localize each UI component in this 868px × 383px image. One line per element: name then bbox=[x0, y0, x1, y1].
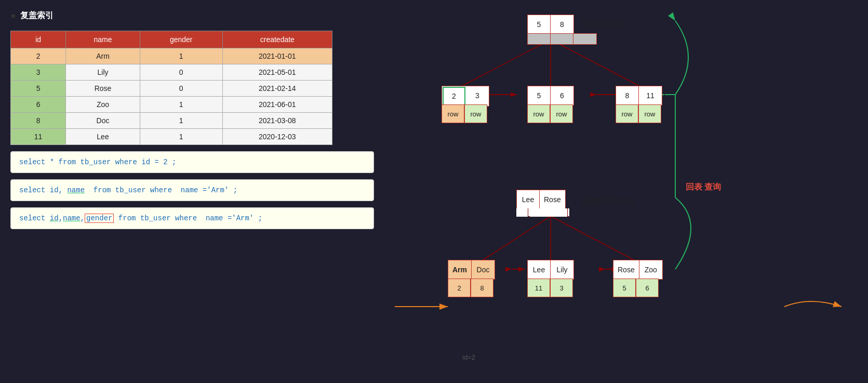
table-cell-id: 8 bbox=[11, 113, 66, 129]
leaf-cell-6: 6 bbox=[551, 86, 573, 105]
table-cell-date: 2021-06-01 bbox=[222, 97, 332, 113]
secondary-label: 辅助索引(name) bbox=[582, 196, 634, 206]
clustered-label: 聚集索引(id) bbox=[582, 20, 621, 29]
table-cell-id: 6 bbox=[11, 97, 66, 113]
table-cell-gender: 0 bbox=[140, 81, 222, 97]
table-cell-gender: 1 bbox=[140, 48, 222, 64]
table-cell-gender: 0 bbox=[140, 64, 222, 81]
sql-name-underline2: name bbox=[63, 214, 81, 222]
orange-arrow-svg bbox=[410, 5, 858, 378]
row-cell-11: row bbox=[638, 104, 661, 123]
secondary-leaf-right: Rose Zoo bbox=[613, 260, 663, 280]
table-cell-name: Zoo bbox=[66, 97, 140, 113]
huibiao-label: 回表 查询 bbox=[686, 182, 721, 193]
sql-box-2: select id, name from tb_user where name … bbox=[10, 179, 374, 201]
leaf-cell-5: 5 bbox=[528, 86, 551, 105]
sec-id-6: 6 bbox=[636, 279, 659, 297]
secondary-right-ids: 5 6 bbox=[613, 279, 659, 297]
table-cell-name: Lee bbox=[66, 129, 140, 145]
sql-comma2: , bbox=[81, 214, 85, 222]
ptr-cell-3 bbox=[573, 34, 596, 44]
table-cell-name: Arm bbox=[66, 48, 140, 64]
arrows-svg bbox=[410, 5, 858, 378]
id2-label: id=2 bbox=[462, 353, 475, 361]
sec-leaf-lily: Lily bbox=[551, 260, 573, 279]
secondary-left-ids: 2 8 bbox=[448, 279, 493, 297]
section-title: 复盖索引 bbox=[10, 10, 400, 21]
sec-id-2: 2 bbox=[448, 279, 471, 297]
main-container: 复盖索引 id name gender createdate 2Arm12021… bbox=[0, 0, 868, 383]
clustered-root: 5 8 bbox=[527, 15, 574, 34]
sec-id-11: 11 bbox=[527, 279, 550, 297]
sql-text-3b: from tb_user where name ='Arm' ; bbox=[114, 214, 262, 222]
leaf-cell-8: 8 bbox=[616, 86, 639, 105]
secondary-root-pointers bbox=[516, 208, 569, 217]
clustered-leaf-left: 2 3 bbox=[442, 86, 489, 107]
table-cell-name: Lily bbox=[66, 64, 140, 81]
svg-line-2 bbox=[551, 39, 639, 86]
sql-box-3: select id,name,gender from tb_user where… bbox=[10, 207, 374, 229]
sql-text-2b: from tb_user where name ='Arm' ; bbox=[85, 186, 237, 194]
clustered-right-rows: row row bbox=[616, 104, 661, 123]
secondary-leaf-mid: Lee Lily bbox=[527, 260, 574, 280]
table-cell-id: 11 bbox=[11, 129, 66, 145]
leaf-cell-3: 3 bbox=[466, 86, 489, 105]
col-header-name: name bbox=[66, 31, 140, 48]
sql-gender-redbox: gender bbox=[85, 214, 114, 223]
right-panel: 5 8 聚集索引(id) 2 3 row row 5 6 row bbox=[410, 5, 858, 378]
clustered-left-rows: row row bbox=[442, 104, 487, 123]
db-table: id name gender createdate 2Arm12021-01-0… bbox=[10, 31, 332, 145]
row-cell-8: row bbox=[616, 104, 638, 123]
table-cell-name: Doc bbox=[66, 113, 140, 129]
sec-leaf-arm: Arm bbox=[448, 260, 472, 279]
table-cell-id: 3 bbox=[11, 64, 66, 81]
sec-leaf-rose: Rose bbox=[613, 260, 639, 279]
clustered-leaf-right: 8 11 bbox=[616, 86, 662, 105]
sec-root-lee: Lee bbox=[517, 190, 540, 209]
table-cell-id: 2 bbox=[11, 48, 66, 64]
root-cell-8: 8 bbox=[551, 15, 573, 34]
sec-leaf-zoo: Zoo bbox=[639, 260, 662, 279]
sql-text-1: select * from tb_user where id = 2 ; bbox=[19, 158, 176, 166]
sql-text-3a: select bbox=[19, 214, 50, 222]
table-cell-id: 5 bbox=[11, 81, 66, 97]
table-cell-date: 2021-01-01 bbox=[222, 48, 332, 64]
sql-name-underline: name bbox=[67, 186, 85, 194]
sql-text-2: select id, bbox=[19, 186, 67, 194]
sec-root-rose: Rose bbox=[540, 190, 565, 209]
row-cell-6: row bbox=[550, 104, 573, 123]
sql-id-underline: id bbox=[50, 214, 59, 222]
root-cell-5: 5 bbox=[528, 15, 551, 34]
svg-line-0 bbox=[462, 39, 551, 86]
table-cell-date: 2021-03-08 bbox=[222, 113, 332, 129]
secondary-mid-ids: 11 3 bbox=[527, 279, 573, 297]
ptr-cell-1 bbox=[528, 34, 551, 44]
col-header-createdate: createdate bbox=[222, 31, 332, 48]
table-cell-gender: 1 bbox=[140, 113, 222, 129]
clustered-leaf-mid: 5 6 bbox=[527, 86, 574, 105]
row-cell-5: row bbox=[527, 104, 550, 123]
table-cell-date: 2021-02-14 bbox=[222, 81, 332, 97]
table-cell-name: Rose bbox=[66, 81, 140, 97]
clustered-root-pointers bbox=[527, 33, 597, 45]
secondary-leaf-left: Arm Doc bbox=[448, 260, 495, 280]
sql-comma1: , bbox=[59, 214, 63, 222]
row-cell-3: row bbox=[464, 104, 487, 123]
sec-id-3: 3 bbox=[550, 279, 573, 297]
secondary-root: Lee Rose bbox=[516, 190, 566, 209]
table-cell-gender: 1 bbox=[140, 97, 222, 113]
sec-leaf-lee: Lee bbox=[528, 260, 551, 279]
row-cell-2: row bbox=[442, 104, 464, 123]
svg-line-7 bbox=[483, 216, 551, 260]
ptr-cell-2 bbox=[551, 34, 573, 44]
left-panel: 复盖索引 id name gender createdate 2Arm12021… bbox=[10, 5, 400, 378]
section-title-text: 复盖索引 bbox=[20, 10, 54, 21]
col-header-gender: gender bbox=[140, 31, 222, 48]
svg-line-9 bbox=[551, 216, 634, 260]
table-cell-gender: 1 bbox=[140, 129, 222, 145]
sec-id-5: 5 bbox=[613, 279, 636, 297]
sec-leaf-doc: Doc bbox=[472, 260, 495, 279]
clustered-mid-rows: row row bbox=[527, 104, 573, 123]
table-cell-date: 2021-05-01 bbox=[222, 64, 332, 81]
leaf-cell-11: 11 bbox=[639, 86, 662, 105]
